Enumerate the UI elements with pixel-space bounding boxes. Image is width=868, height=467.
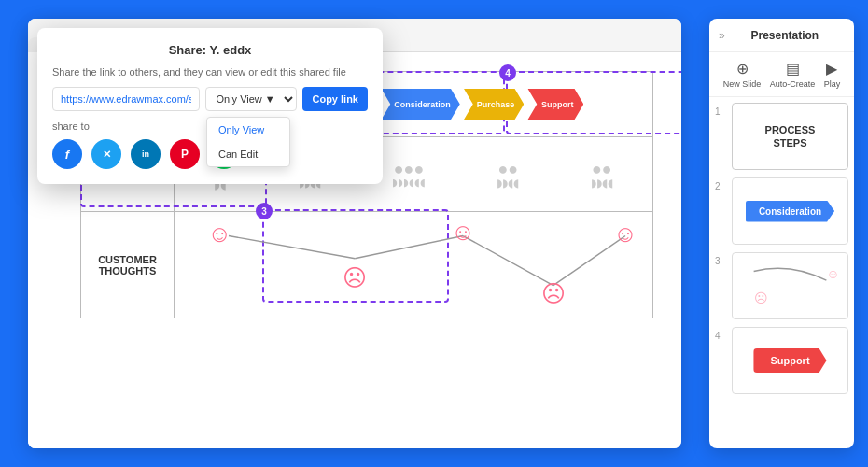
play-button[interactable]: ▶ Play bbox=[824, 60, 841, 89]
touchpoint-4: ●● ◗◗◖◖ bbox=[497, 161, 519, 189]
share-dialog: Share: Y. eddx Share the link to others,… bbox=[37, 28, 383, 184]
consideration-step[interactable]: Consideration bbox=[381, 89, 460, 120]
purchase-label: Purchase bbox=[477, 100, 515, 109]
slide-thumbnail[interactable]: ☺ ☹ bbox=[732, 252, 848, 319]
copy-link-button[interactable]: Copy link bbox=[302, 87, 368, 111]
play-icon: ▶ bbox=[826, 60, 837, 78]
thoughts-svg: ☺ ☺ ☺ ☹ ☹ bbox=[175, 212, 652, 314]
slide-item[interactable]: 1 PROCESSSTEPS bbox=[715, 103, 848, 170]
slide-thumbnail[interactable]: Consideration bbox=[732, 177, 848, 245]
linkedin-button[interactable]: in bbox=[131, 139, 161, 169]
new-slide-icon: ⊕ bbox=[736, 60, 749, 78]
slide-thumbnail[interactable]: PROCESSSTEPS bbox=[732, 103, 848, 170]
only-view-dropdown-option[interactable]: Only View bbox=[207, 118, 289, 142]
share-description: Share the link to others, and they can v… bbox=[52, 66, 368, 78]
customer-thoughts-row: CUSTOMERTHOUGHTS ☺ bbox=[81, 212, 653, 318]
touchpoint-5: ●● ◗◗◖◖ bbox=[591, 161, 613, 189]
slide-number: 4 bbox=[715, 327, 726, 341]
auto-create-label: Auto-Create bbox=[770, 79, 816, 89]
consideration-label: Consideration bbox=[394, 100, 451, 109]
twitter-icon: ✕ bbox=[103, 149, 111, 161]
twitter-button[interactable]: ✕ bbox=[91, 139, 121, 169]
play-label: Play bbox=[824, 79, 841, 89]
right-panel: » Presentation ⊕ New Slide ▤ Auto-Create… bbox=[709, 19, 854, 448]
svg-line-2 bbox=[229, 236, 355, 259]
svg-text:☹: ☹ bbox=[754, 291, 768, 305]
expand-icon[interactable]: » bbox=[719, 29, 725, 42]
facebook-button[interactable]: f bbox=[52, 139, 82, 169]
sad-face-2: ☹ bbox=[541, 280, 566, 306]
customer-thoughts-label: CUSTOMERTHOUGHTS bbox=[81, 212, 175, 318]
customer-thoughts-cell: ☺ ☺ ☺ ☹ ☹ bbox=[175, 212, 653, 318]
pinterest-button[interactable]: P bbox=[170, 139, 200, 169]
happy-face-2: ☺ bbox=[451, 219, 475, 245]
view-dropdown: Only View Can Edit bbox=[206, 117, 290, 167]
touchpoint-3: ●●● ◗◗◗◖◖◖ bbox=[392, 161, 426, 188]
support-label: Support bbox=[541, 100, 574, 109]
slides-area: 1 PROCESSSTEPS 2 Consideration 3 ☺ ☹ bbox=[709, 97, 854, 407]
panel-header: » Presentation bbox=[709, 19, 854, 52]
slide-item[interactable]: 2 Consideration bbox=[715, 177, 848, 245]
support-step[interactable]: Support bbox=[527, 89, 583, 120]
slide-item[interactable]: 3 ☺ ☹ bbox=[715, 252, 848, 319]
sad-face-1: ☹ bbox=[343, 264, 367, 290]
svg-line-3 bbox=[355, 236, 463, 259]
svg-text:☺: ☺ bbox=[826, 267, 839, 281]
auto-create-icon: ▤ bbox=[786, 60, 800, 78]
slide-number: 3 bbox=[715, 252, 726, 266]
slide-item[interactable]: 4 Support bbox=[715, 327, 848, 394]
slide-number: 2 bbox=[715, 177, 726, 191]
share-link-row: Only View ▼ Can Edit Copy link Only View… bbox=[52, 87, 368, 111]
pinterest-icon: P bbox=[181, 148, 189, 161]
new-slide-label: New Slide bbox=[723, 79, 762, 89]
slide-number: 1 bbox=[715, 103, 726, 117]
svg-line-4 bbox=[463, 236, 553, 286]
panel-tools: ⊕ New Slide ▤ Auto-Create ▶ Play bbox=[709, 52, 854, 97]
happy-face-3: ☺ bbox=[613, 220, 637, 247]
share-dialog-title: Share: Y. eddx bbox=[52, 43, 368, 57]
new-slide-button[interactable]: ⊕ New Slide bbox=[723, 60, 762, 89]
auto-create-button[interactable]: ▤ Auto-Create bbox=[770, 60, 816, 89]
happy-face-1: ☺ bbox=[207, 220, 231, 247]
panel-title: Presentation bbox=[725, 29, 845, 42]
view-mode-select[interactable]: Only View ▼ Can Edit bbox=[205, 87, 297, 111]
facebook-icon: f bbox=[65, 148, 69, 162]
linkedin-icon: in bbox=[142, 149, 149, 159]
share-link-input[interactable] bbox=[52, 87, 200, 111]
purchase-step[interactable]: Purchase bbox=[464, 89, 525, 120]
can-edit-dropdown-option[interactable]: Can Edit bbox=[207, 142, 289, 166]
slide-thumbnail[interactable]: Support bbox=[732, 327, 848, 394]
